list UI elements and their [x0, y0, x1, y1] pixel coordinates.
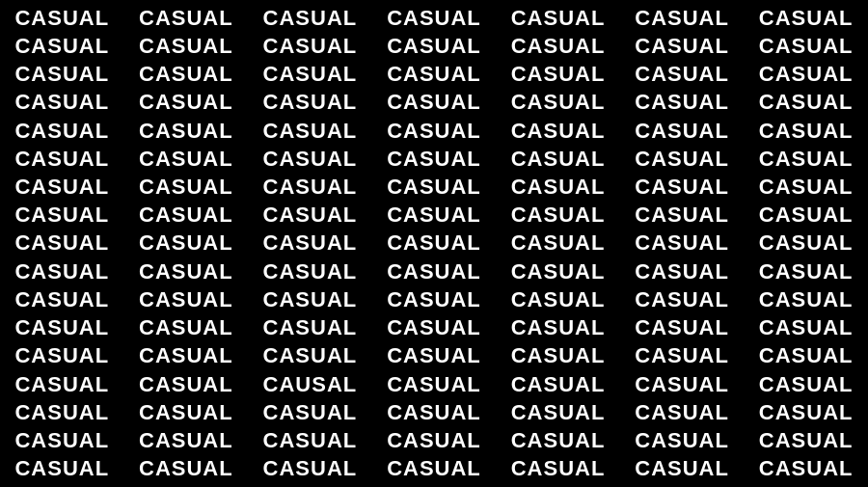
casual-word: CASUAL: [629, 175, 735, 200]
casual-word: CASUAL: [133, 287, 239, 312]
casual-word: CASUAL: [629, 90, 735, 115]
casual-word: CASUAL: [505, 230, 611, 256]
word-row: CASUALCASUALCASUALCASUALCASUALCASUALCASU…: [0, 6, 868, 31]
casual-word: CASUAL: [629, 372, 735, 397]
word-row: CASUALCASUALCASUALCASUALCASUALCASUALCASU…: [0, 343, 868, 368]
casual-word: CASUAL: [257, 203, 363, 228]
casual-word: CASUAL: [133, 119, 239, 144]
casual-word: CASUAL: [381, 147, 487, 172]
casual-word: CASUAL: [753, 119, 859, 144]
casual-word: CASUAL: [257, 90, 363, 115]
casual-word: CASUAL: [505, 62, 611, 87]
casual-word: CASUAL: [505, 90, 611, 115]
word-row: CASUALCASUALCASUALCASUALCASUALCASUALCASU…: [0, 315, 868, 340]
casual-word: CASUAL: [381, 456, 487, 481]
casual-word: CASUAL: [753, 287, 859, 312]
casual-word: CASUAL: [381, 343, 487, 368]
casual-word: CASUAL: [505, 119, 611, 144]
casual-word: CASUAL: [257, 62, 363, 87]
casual-word: CASUAL: [753, 90, 859, 115]
word-row: CASUALCASUALCASUALCASUALCASUALCASUALCASU…: [0, 119, 868, 144]
casual-word: CASUAL: [133, 175, 239, 200]
casual-word: CASUAL: [629, 119, 735, 144]
casual-word: CASUAL: [505, 372, 611, 397]
casual-word: CASUAL: [505, 34, 611, 59]
casual-word: CASUAL: [133, 456, 239, 481]
casual-word: CASUAL: [629, 315, 735, 340]
casual-word: CASUAL: [505, 175, 611, 200]
casual-word: CASUAL: [133, 203, 239, 228]
casual-word: CASUAL: [133, 90, 239, 115]
casual-word: CASUAL: [629, 456, 735, 481]
casual-word: CASUAL: [505, 6, 611, 31]
word-grid: CASUALCASUALCASUALCASUALCASUALCASUALCASU…: [0, 0, 868, 487]
casual-word: CASUAL: [133, 6, 239, 31]
casual-word: CASUAL: [629, 343, 735, 368]
casual-word: CASUAL: [257, 175, 363, 200]
casual-word: CASUAL: [133, 62, 239, 87]
casual-word: CASUAL: [629, 428, 735, 453]
casual-word: CASUAL: [133, 230, 239, 256]
casual-word: CASUAL: [753, 147, 859, 172]
casual-word: CASUAL: [753, 34, 859, 59]
casual-word: CASUAL: [381, 34, 487, 59]
casual-word: CASUAL: [257, 230, 363, 256]
casual-word: CASUAL: [9, 203, 115, 228]
casual-word: CASUAL: [629, 62, 735, 87]
casual-word: CASUAL: [133, 372, 239, 397]
casual-word: CASUAL: [753, 343, 859, 368]
casual-word: CASUAL: [9, 175, 115, 200]
casual-word: CASUAL: [753, 428, 859, 453]
casual-word: CASUAL: [629, 259, 735, 284]
casual-word: CASUAL: [505, 400, 611, 425]
casual-word: CASUAL: [505, 147, 611, 172]
casual-word: CASUAL: [505, 259, 611, 284]
casual-word: CASUAL: [381, 287, 487, 312]
casual-word: CASUAL: [9, 287, 115, 312]
word-row: CASUALCASUALCASUALCASUALCASUALCASUALCASU…: [0, 456, 868, 481]
word-row: CASUALCASUALCASUALCASUALCASUALCASUALCASU…: [0, 230, 868, 256]
casual-word: CASUAL: [505, 315, 611, 340]
casual-word: CASUAL: [381, 119, 487, 144]
casual-word: CASUAL: [257, 34, 363, 59]
casual-word: CASUAL: [381, 62, 487, 87]
casual-word: CASUAL: [629, 203, 735, 228]
casual-word: CASUAL: [753, 372, 859, 397]
word-row: CASUALCASUALCASUALCASUALCASUALCASUALCASU…: [0, 62, 868, 87]
casual-word: CASUAL: [9, 119, 115, 144]
casual-word: CASUAL: [381, 6, 487, 31]
casual-word: CASUAL: [505, 203, 611, 228]
casual-word: CASUAL: [9, 90, 115, 115]
casual-word: CASUAL: [381, 315, 487, 340]
casual-word: CASUAL: [629, 287, 735, 312]
word-row: CASUALCASUALCASUALCASUALCASUALCASUALCASU…: [0, 90, 868, 115]
casual-word: CASUAL: [9, 147, 115, 172]
casual-word: CASUAL: [257, 315, 363, 340]
casual-word: CASUAL: [257, 287, 363, 312]
casual-word: CASUAL: [381, 175, 487, 200]
casual-word: CASUAL: [9, 34, 115, 59]
casual-word: CASUAL: [753, 259, 859, 284]
casual-word: CASUAL: [505, 343, 611, 368]
casual-word: CASUAL: [9, 343, 115, 368]
casual-word: CASUAL: [629, 34, 735, 59]
casual-word: CASUAL: [133, 259, 239, 284]
word-row: CASUALCASUALCASUALCASUALCASUALCASUALCASU…: [0, 287, 868, 312]
word-row: CASUALCASUALCASUALCASUALCASUALCASUALCASU…: [0, 175, 868, 200]
casual-word: CASUAL: [133, 428, 239, 453]
casual-word: CASUAL: [9, 428, 115, 453]
casual-word: CASUAL: [505, 456, 611, 481]
word-row: CASUALCASUALCASUALCASUALCASUALCASUALCASU…: [0, 34, 868, 59]
word-row: CASUALCASUALCAUSALCASUALCASUALCASUALCASU…: [0, 372, 868, 397]
casual-word: CASUAL: [381, 230, 487, 256]
casual-word: CASUAL: [9, 315, 115, 340]
casual-word: CASUAL: [133, 34, 239, 59]
casual-word: CASUAL: [629, 400, 735, 425]
casual-word: CASUAL: [257, 119, 363, 144]
casual-word: CASUAL: [505, 287, 611, 312]
casual-word: CASUAL: [381, 400, 487, 425]
casual-word: CASUAL: [753, 315, 859, 340]
casual-word: CASUAL: [9, 456, 115, 481]
casual-word: CASUAL: [133, 400, 239, 425]
casual-word: CASUAL: [257, 428, 363, 453]
